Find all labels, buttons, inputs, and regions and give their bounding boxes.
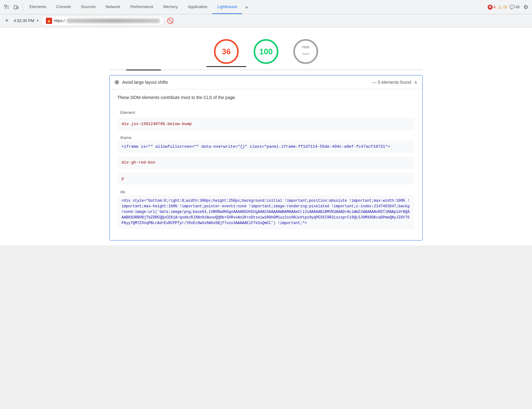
svg-rect-2 [17, 7, 18, 9]
score-circle-performance: 36 [214, 39, 239, 64]
warning-badge[interactable]: ⚠ 10 [498, 5, 507, 10]
score-circle-pwa: PWA — [293, 39, 318, 64]
pwa-label: PWA [302, 45, 309, 49]
audit-body: These DOM elements contribute most to th… [110, 89, 422, 240]
score-circle-accessibility: 100 [254, 39, 278, 64]
url-prefix: https:/ [54, 18, 65, 23]
tab-lighthouse[interactable]: Lighthouse [212, 0, 242, 14]
table-row: div <div style="bottom:0;right:0;width:3… [118, 188, 414, 232]
element-box-5[interactable]: <div style="bottom:0;right:0;width:300px… [118, 195, 414, 229]
table-row: div.gh-red-box [118, 156, 414, 172]
table-row: iframe <iframe is="" allowfullscreen="" … [118, 134, 414, 156]
tab-network[interactable]: Network [101, 0, 126, 14]
tab-underline-container [109, 70, 423, 70]
error-count: 4 [494, 5, 496, 9]
audit-panel: Avoid large layout shifts — 5 elements f… [109, 70, 423, 245]
time-dropdown[interactable]: ▾ [37, 19, 39, 23]
tab-console[interactable]: Console [51, 0, 76, 14]
more-tabs-btn[interactable]: » [243, 4, 250, 10]
inspect-icon-btn[interactable] [2, 3, 11, 11]
element-value-5: <div style="bottom:0;right:0;width:300px… [122, 198, 410, 226]
device-toolbar-btn[interactable] [12, 3, 20, 11]
score-tab-performance[interactable]: 36 [206, 37, 246, 66]
message-icon: 💬 [510, 5, 515, 9]
element-column-header: Element [118, 109, 414, 117]
audit-title: Avoid large layout shifts [122, 80, 369, 85]
row-label-div: div [118, 188, 414, 195]
tab-sources[interactable]: Sources [76, 0, 101, 14]
message-count: 48 [516, 5, 520, 9]
devtools-tabbar: Elements Console Sources Network Perform… [0, 0, 532, 14]
element-value-2: <iframe is="" allowfullscreen="" data-ov… [122, 144, 410, 150]
tab-application[interactable]: Application [183, 0, 213, 14]
audit-chevron-icon: ∧ [414, 80, 417, 85]
tab-list: Elements Console Sources Network Perform… [24, 0, 242, 14]
tab-underline-bg [109, 70, 423, 70]
table-row: div.jsx-1391240796.below-bump [118, 118, 414, 133]
error-badge[interactable]: ✕ 4 [488, 5, 496, 10]
audit-dot [115, 80, 119, 84]
tab-underline-active [126, 70, 161, 70]
score-tab-pwa[interactable]: PWA — [286, 37, 326, 66]
tab-performance[interactable]: Performance [125, 0, 158, 14]
element-value-4: p [122, 176, 410, 182]
table-row: p [118, 173, 414, 188]
warning-count: 10 [503, 5, 507, 9]
score-tab-accessibility[interactable]: 100 [246, 37, 286, 66]
url-blurred [67, 19, 160, 23]
settings-btn[interactable]: ⚙ [522, 2, 530, 12]
element-box-3[interactable]: div.gh-red-box [118, 156, 414, 169]
error-icon: ✕ [488, 5, 493, 10]
url-bar[interactable]: 🔥 https:/ [41, 16, 164, 26]
pwa-minus: — [302, 50, 309, 58]
new-tab-btn[interactable]: + [2, 16, 11, 25]
audit-item: Avoid large layout shifts — 5 elements f… [109, 75, 423, 240]
element-value-3: div.gh-red-box [122, 160, 410, 166]
message-badge[interactable]: 💬 48 [510, 5, 520, 9]
element-box-2[interactable]: <iframe is="" allowfullscreen="" data-ov… [118, 141, 414, 153]
warning-icon: ⚠ [498, 5, 502, 10]
audit-table: Element div.jsx-1391240796.below-bump [117, 108, 415, 233]
row-label-iframe: iframe [118, 134, 414, 141]
no-entry-icon[interactable]: 🚫 [167, 17, 174, 24]
element-box-4[interactable]: p [118, 173, 414, 185]
audit-header[interactable]: Avoid large layout shifts — 5 elements f… [110, 75, 422, 89]
devtools-right-panel: ✕ 4 ⚠ 10 💬 48 ⚙ [488, 2, 530, 12]
audit-count: — 5 elements found [372, 80, 411, 85]
element-value-1: div.jsx-1391240796.below-bump [122, 121, 410, 127]
svg-rect-0 [5, 5, 7, 7]
second-toolbar: + 4:32:30 PM ▾ 🔥 https:/ 🚫 [0, 14, 532, 27]
svg-rect-1 [14, 6, 17, 9]
separator [22, 3, 23, 11]
main-content: 36 100 PWA — [0, 27, 532, 245]
audit-description: These DOM elements contribute most to th… [117, 94, 415, 101]
tab-memory[interactable]: Memory [158, 0, 183, 14]
score-row: 36 100 PWA — [206, 34, 326, 70]
tab-elements[interactable]: Elements [24, 0, 51, 14]
time-display: 4:32:30 PM [14, 18, 34, 23]
favicon: 🔥 [46, 18, 52, 24]
element-box-1[interactable]: div.jsx-1391240796.below-bump [118, 118, 414, 130]
